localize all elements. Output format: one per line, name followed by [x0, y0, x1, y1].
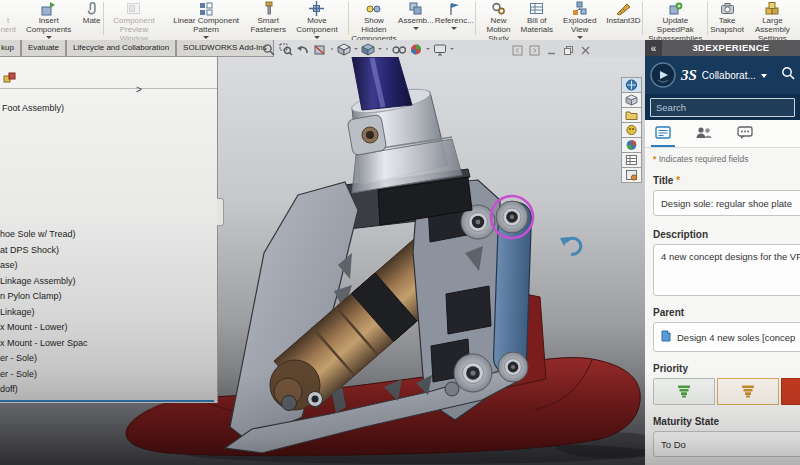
document-icon	[661, 330, 671, 344]
chevron-down-icon[interactable]	[761, 74, 767, 78]
insert-components-icon	[41, 1, 56, 16]
model-cube-button[interactable]	[621, 92, 642, 108]
description-field[interactable]: 4 new concept designs for the VF2	[653, 244, 800, 296]
toolbar-button-new-motion-study[interactable]: New Motion Study	[477, 0, 520, 40]
section-view-icon[interactable]	[313, 42, 327, 55]
restore-icon[interactable]	[563, 42, 574, 53]
camera-icon	[720, 1, 735, 16]
toolbar-button-instant3d[interactable]: Instant3D	[606, 0, 642, 40]
toolbar-button-reference-geometry[interactable]: Referenc...	[434, 0, 474, 40]
priority-medium-button[interactable]	[717, 378, 779, 405]
minimize-icon[interactable]	[546, 42, 557, 53]
lifecycle-pie-button[interactable]	[621, 137, 642, 153]
toolbar-button-edit-component-partial[interactable]: t nent	[0, 0, 16, 40]
panel-search-icon[interactable]	[781, 66, 795, 84]
dropdown-caret-icon[interactable]	[413, 27, 419, 30]
close-icon[interactable]	[580, 42, 591, 53]
required-fields-note: * Indicates required fields	[653, 154, 792, 164]
title-field[interactable]: Design sole: regular shoe plate	[653, 190, 800, 216]
zoom-to-area-icon[interactable]	[279, 42, 293, 55]
linear-pattern-icon	[199, 1, 214, 16]
people-icon	[695, 126, 713, 139]
dropdown-caret-icon[interactable]	[46, 36, 52, 39]
view-orientation-cube-icon[interactable]	[337, 42, 351, 55]
toolbar-button-take-snapshot[interactable]: Take Snapshot	[709, 0, 744, 40]
dropdown-caret-icon[interactable]	[314, 36, 320, 39]
pane-next-icon[interactable]	[529, 42, 540, 53]
tree-item[interactable]: Linkage Assembly)	[0, 274, 217, 290]
tree-item[interactable]: er - Sole)	[0, 351, 217, 367]
panel-collapse-button[interactable]: «	[645, 40, 662, 56]
tree-expand-arrow[interactable]: >	[136, 84, 142, 95]
table-tools-button[interactable]	[621, 167, 642, 183]
tab-markup-partial[interactable]: kup	[0, 40, 21, 57]
toolbar-button-linear-component-pattern[interactable]: Linear Component Pattern	[163, 0, 250, 40]
toolbar-button-move-component[interactable]: Move Component	[287, 0, 348, 40]
rollback-bar[interactable]	[0, 400, 214, 402]
compass-avatar-icon[interactable]	[650, 62, 676, 88]
tree-item[interactable]: hoe Sole w/ Tread)	[0, 227, 217, 243]
toolbar-button-mate[interactable]: Mate	[81, 0, 102, 40]
dropdown-caret-icon[interactable]	[378, 48, 382, 50]
tree-item[interactable]: x Mount - Lower Spac	[0, 336, 217, 352]
tree-item[interactable]: doff)	[0, 382, 217, 398]
blank-icon	[1, 1, 16, 16]
solidworks-window: t nent Insert Components Mate Component …	[0, 0, 800, 465]
zoom-to-fit-icon[interactable]	[262, 42, 276, 55]
tree-item[interactable]: at DPS Shock)	[0, 243, 217, 259]
avatar-button[interactable]	[621, 122, 642, 138]
pane-previous-icon[interactable]	[512, 42, 523, 53]
tab-solidworks-add-ins[interactable]: SOLIDWORKS Add-Ins	[176, 40, 274, 57]
tree-item[interactable]: Linkage)	[0, 305, 217, 321]
panel-tab-strip	[645, 120, 800, 148]
tab-comments[interactable]	[733, 120, 757, 147]
previous-view-icon[interactable]	[296, 42, 310, 55]
tree-item[interactable]: er - Sole)	[0, 367, 217, 383]
parent-field[interactable]: Design 4 new soles [concep	[653, 322, 800, 352]
assembly-tree-icon[interactable]	[3, 70, 16, 88]
tab-lifecycle-and-collaboration[interactable]: Lifecycle and Collaboration	[66, 40, 176, 57]
dropdown-caret-icon[interactable]	[203, 36, 209, 39]
toolbar-button-update-speedpak[interactable]: Update SpeedPak Subassemblies	[644, 0, 706, 40]
priority-low-button[interactable]	[653, 378, 715, 405]
tree-item-list: hoe Sole w/ Tread) at DPS Shock) ase) Li…	[0, 227, 217, 398]
toolbar-button-exploded-view[interactable]: Exploded View	[554, 0, 606, 40]
folder-button[interactable]	[621, 107, 642, 123]
large-assembly-icon	[765, 1, 780, 16]
dropdown-caret-icon[interactable]	[451, 27, 457, 30]
toolbar-button-large-assembly-settings[interactable]: Large Assembly Settings	[745, 0, 800, 40]
dropdown-caret-icon[interactable]	[354, 48, 358, 50]
dropdown-caret-icon[interactable]	[450, 48, 454, 50]
tree-root-item[interactable]: Foot Assembly)	[2, 103, 64, 113]
toolbar-button-bill-of-materials[interactable]: Bill of Materials	[520, 0, 554, 40]
tab-details[interactable]	[651, 120, 675, 147]
properties-table-button[interactable]	[621, 152, 642, 168]
instant3d-icon	[616, 1, 631, 16]
feature-manager-tab-strip: >	[0, 70, 217, 89]
hide-show-items-icon[interactable]	[392, 42, 406, 55]
tree-splitter-handle[interactable]	[217, 198, 224, 226]
tab-evaluate[interactable]: Evaluate	[21, 40, 66, 57]
viewport-edge-toolbar	[621, 78, 643, 183]
compass-button[interactable]	[621, 77, 642, 93]
bom-table-icon	[529, 1, 544, 16]
priority-high-button-selected[interactable]	[781, 378, 800, 405]
maturity-state-field[interactable]: To Do	[653, 431, 800, 457]
tree-item[interactable]: n Pylon Clamp)	[0, 289, 217, 305]
toolbar-button-show-hidden-components[interactable]: Show Hidden Components	[350, 0, 397, 40]
tab-members[interactable]	[691, 120, 717, 147]
app-switcher-label[interactable]: Collaborat...	[702, 70, 756, 81]
search-input[interactable]: Search	[650, 98, 795, 117]
dropdown-caret-icon[interactable]	[426, 48, 430, 50]
tree-item[interactable]: ase)	[0, 258, 217, 274]
display-style-icon[interactable]	[361, 42, 375, 55]
panel-title: 3DEXPERIENCE	[662, 40, 800, 56]
apply-scene-icon[interactable]	[433, 42, 447, 55]
edit-appearance-icon[interactable]	[409, 42, 423, 55]
dropdown-caret-icon[interactable]	[577, 36, 583, 39]
tree-item[interactable]: x Mount - Lower)	[0, 320, 217, 336]
toolbar-button-smart-fasteners[interactable]: Smart Fasteners	[250, 0, 287, 40]
toolbar-button-insert-components[interactable]: Insert Components	[16, 0, 81, 40]
toolbar-button-component-preview-window[interactable]: Component Preview Window	[105, 0, 162, 40]
toolbar-button-assembly-features[interactable]: Assemb...	[397, 0, 434, 40]
